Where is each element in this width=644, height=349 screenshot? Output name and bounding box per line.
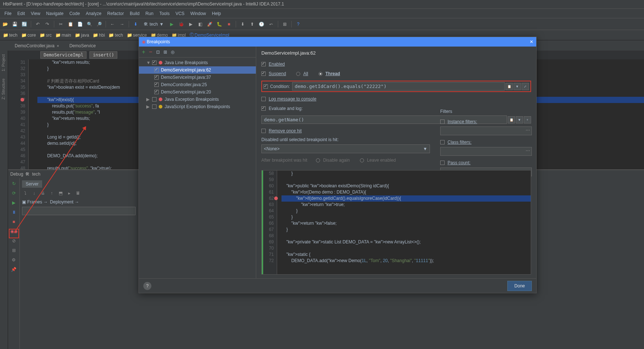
vcs-revert-icon[interactable]: ⤺ [268,21,275,28]
vcs-update-icon[interactable]: ⬇ [239,21,246,28]
condition-expand-icon[interactable]: ⤢ [522,83,529,90]
sync-icon[interactable]: 🔄 [21,21,28,28]
open-icon[interactable]: 📂 [1,21,9,28]
enabled-checkbox[interactable] [261,62,266,66]
replace-icon[interactable]: 🔎 [95,21,103,28]
target-icon[interactable]: ◎ [171,49,174,55]
stop-icon[interactable]: ■ [11,218,17,225]
cut-icon[interactable]: ✂ [57,21,65,28]
menu-edit[interactable]: Edit [14,10,28,18]
pass-count-checkbox[interactable] [440,161,445,165]
nav-core[interactable]: 📁 core [20,32,37,38]
step-into-icon[interactable]: ↓ [31,190,37,196]
menu-analyze[interactable]: Analyze [83,10,104,18]
menu-help[interactable]: Help [209,10,224,18]
done-button[interactable]: Done [507,281,532,291]
save-icon[interactable]: 💾 [11,21,18,28]
menu-file[interactable]: File [1,10,14,18]
nav-src[interactable]: 📁 src [38,32,53,38]
group-icon[interactable]: ⊡ [156,49,160,55]
close-icon[interactable]: × [57,44,59,48]
coverage-icon[interactable]: ▶ [187,21,195,28]
run-to-cursor-icon[interactable]: ▸ [66,190,73,196]
dialog-title-bar[interactable]: ◉ Breakpoints ✕ [139,37,536,47]
copy-icon[interactable]: 📋 [67,21,74,28]
redo-icon[interactable]: ↷ [44,21,51,28]
mute-breakpoints-icon[interactable]: ⊘ [11,238,17,244]
drop-frame-icon[interactable]: ⬒ [57,190,64,196]
crumb-class[interactable]: DemoServiceImpl [40,51,87,59]
layout-icon[interactable]: ⊞ [11,247,17,254]
tab-democontroller[interactable]: DemoController.java× [10,40,64,51]
pause-icon[interactable]: ⏸ [11,209,17,216]
jrebel-debug-icon[interactable]: 🐛 [216,21,223,28]
jrebel-run-icon[interactable]: 🚀 [206,21,214,28]
suspend-thread-radio[interactable] [319,72,323,76]
nav-hbi[interactable]: 📁 hbi [91,32,106,38]
remove-breakpoint-icon[interactable]: − [149,49,152,55]
nav-main[interactable]: 📁 main [54,32,73,38]
menu-refactor[interactable]: Refactor [104,10,127,18]
deployment-tab[interactable]: Deployment → [50,199,79,205]
tab-demoservice[interactable]: DemoService [64,40,101,51]
run-config-selector[interactable]: 🛠 tech ▼ [141,21,166,27]
nav-java[interactable]: 📁 java [73,32,91,38]
back-icon[interactable]: ← [109,21,116,28]
vcs-history-icon[interactable]: 🕐 [258,21,265,28]
condition-checkbox[interactable] [264,84,268,89]
menu-build[interactable]: Build [127,10,143,18]
add-breakpoint-icon[interactable]: + [142,49,145,55]
tree-bp-20[interactable]: DemoServiceImpl.java:20 [139,88,256,96]
instance-filters-checkbox[interactable] [440,120,445,124]
help-icon[interactable]: ? [143,282,151,290]
tree-js-exception[interactable]: ▶JavaScript Exception Breakpoints [139,103,256,110]
suspend-all-radio[interactable] [296,72,300,76]
update-icon[interactable]: ⟳ [11,190,17,196]
frames-tab[interactable]: ▣ Frames → [22,199,48,205]
suspend-checkbox[interactable] [261,71,266,76]
eval-checkbox[interactable] [261,106,266,111]
nav-tech[interactable]: 📁 tech [1,32,19,38]
undo-icon[interactable]: ↶ [34,21,41,28]
crumb-method[interactable]: insert() [89,51,117,59]
frames-search[interactable] [22,207,136,215]
forward-icon[interactable]: → [118,21,126,28]
profile-icon[interactable]: ◧ [197,21,204,28]
vcs-commit-icon[interactable]: ⬆ [249,21,256,28]
menu-run[interactable]: Run [143,10,157,18]
menu-navigate[interactable]: Navigate [43,10,66,18]
help-icon[interactable]: ? [295,21,302,28]
side-tab-structure[interactable]: Z: Structure [0,75,7,103]
condition-input[interactable] [292,82,505,91]
force-step-icon[interactable]: ⇊ [40,190,46,196]
side-tab-project[interactable]: 1: Project [0,51,7,75]
remove-once-checkbox[interactable] [261,129,266,133]
rerun-icon[interactable]: ↻ [11,180,17,187]
settings-icon[interactable]: ⚙ [11,257,17,263]
condition-history-icon[interactable]: 📋 [505,83,513,90]
condition-dropdown-icon[interactable]: ▼ [514,83,521,90]
step-over-icon[interactable]: ⤵ [22,190,29,196]
structure-icon[interactable]: ⊞ [281,21,288,28]
menu-view[interactable]: View [28,10,43,18]
editor-gutter[interactable]: 313233343536373839404142434445464748 [8,59,29,169]
disable-again-radio[interactable] [316,158,320,162]
build-icon[interactable]: ⬇ [132,21,139,28]
menu-tools[interactable]: Tools [157,10,173,18]
disabled-until-select[interactable]: <None>▼ [261,144,430,153]
debug-tab-server[interactable]: Server [22,180,42,188]
class-filters-checkbox[interactable] [440,140,445,144]
evaluate-icon[interactable]: 🖩 [75,190,81,196]
find-icon[interactable]: 🔍 [86,21,93,28]
pin-icon[interactable]: 📌 [11,266,17,273]
view-breakpoints-icon[interactable]: ◉◉ [11,228,17,235]
paste-icon[interactable]: 📄 [76,21,84,28]
leave-enabled-radio[interactable] [360,158,364,162]
tree-java-line-breakpoints[interactable]: ▼Java Line Breakpoints [139,59,256,66]
tree-bp-62[interactable]: DemoServiceImpl.java:62 [139,66,256,74]
group-by-icon[interactable]: ⊞ [163,49,167,55]
nav-techpkg[interactable]: 📁 tech [107,32,125,38]
run-icon[interactable]: ▶ [168,21,176,28]
class-filters-input[interactable] [440,147,532,156]
step-out-icon[interactable]: ↑ [48,190,55,196]
